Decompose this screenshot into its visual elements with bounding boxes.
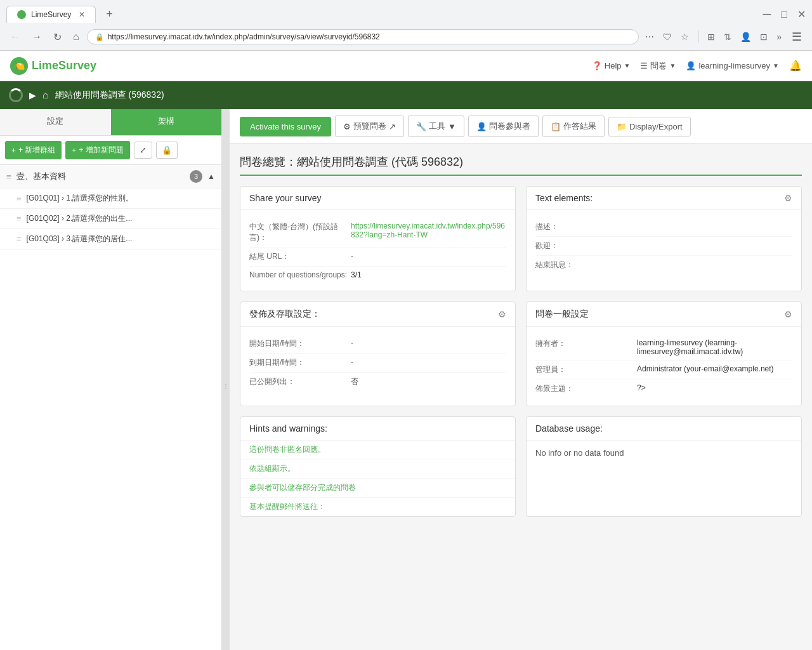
user-label: learning-limesurvey xyxy=(698,61,770,70)
reload-button[interactable]: ↻ xyxy=(49,29,65,46)
help-icon: ❓ xyxy=(592,61,602,70)
publish-settings-icon[interactable]: ⚙ xyxy=(498,309,506,319)
owner-row: 擁有者： learning-limesurvey (learning-limes… xyxy=(535,335,792,361)
start-date-row: 開始日期/時間： - xyxy=(249,335,506,354)
more-button[interactable]: ⋯ xyxy=(643,29,657,44)
share-url-label: 結尾 URL： xyxy=(249,251,351,262)
tab-settings[interactable]: 設定 xyxy=(0,109,111,135)
display-export-icon: 📁 xyxy=(617,122,627,131)
tools-dropdown-icon: ▼ xyxy=(448,122,456,131)
general-settings-icon[interactable]: ⚙ xyxy=(784,309,792,319)
breadcrumb-bar: ▶ ⌂ 網站使用問卷調查 (596832) xyxy=(0,81,812,109)
admin-value: Administrator (your-email@example.net) xyxy=(637,364,792,375)
hint-item[interactable]: 依題組顯示。 xyxy=(240,460,515,479)
database-card-title: Database usage: xyxy=(535,423,603,434)
welcome-label: 歡迎： xyxy=(535,241,637,251)
user-icon: 👤 xyxy=(686,61,696,70)
tab-structure[interactable]: 架構 xyxy=(111,109,222,135)
publish-card-header: 發佈及存取設定： ⚙ xyxy=(240,302,515,327)
overflow-icon[interactable]: » xyxy=(774,29,784,44)
add-group-button[interactable]: + + 新增群組 xyxy=(5,141,62,159)
activate-survey-button[interactable]: Activate this survey xyxy=(240,117,331,136)
lock-icon: 🔒 xyxy=(95,33,104,41)
expand-icon-button[interactable]: ⤢ xyxy=(134,142,152,159)
list-item[interactable]: ≡ [G01Q01] › 1.請選擇您的性別。 xyxy=(0,188,221,208)
tab-title: LimeSurvey xyxy=(31,10,71,19)
sidebar: 設定 架構 + + 新增群組 + + 增加新問題 ⤢ 🔒 ≡ 壹、基本資料 3 xyxy=(0,109,222,650)
bookmark-icon[interactable]: ☆ xyxy=(678,29,691,44)
list-item[interactable]: ≡ [G01Q03] › 3.請選擇您的居住... xyxy=(0,229,221,249)
addons-icon[interactable]: ⊡ xyxy=(757,29,770,44)
share-language-label: 中文（繁體-台灣）(預設語言)： xyxy=(249,222,351,243)
new-tab-button[interactable]: + xyxy=(101,5,118,23)
admin-row: 管理員： Administrator (your-email@example.n… xyxy=(535,361,792,380)
sync-icon[interactable]: ⇅ xyxy=(721,29,734,44)
question-group-header[interactable]: ≡ 壹、基本資料 3 ▲ xyxy=(0,165,221,188)
responses-icon: 📋 xyxy=(551,122,561,131)
text-elements-title: Text elements: xyxy=(535,193,593,203)
breadcrumb-arrow-icon: ▶ xyxy=(29,90,36,100)
library-icon[interactable]: ⊞ xyxy=(705,29,717,44)
share-card-header: Share your survey xyxy=(240,187,515,210)
back-button[interactable]: ← xyxy=(6,29,24,45)
hints-card-body: 這份問卷非匿名回應。 依題組顯示。 參與者可以儲存部分完成的問卷 基本提醒郵件將… xyxy=(240,441,515,516)
description-row: 描述： xyxy=(535,218,792,237)
display-export-button[interactable]: 📁 Display/Export xyxy=(608,117,691,136)
publish-card: 發佈及存取設定： ⚙ 開始日期/時間： - 到期日期/時間： - xyxy=(240,302,516,406)
user-dropdown-icon: ▼ xyxy=(773,62,779,69)
text-elements-header: Text elements: ⚙ xyxy=(527,187,801,210)
preview-survey-button[interactable]: ⚙ 預覽問卷 ↗ xyxy=(335,116,404,137)
account-icon[interactable]: 👤 xyxy=(738,29,754,44)
help-dropdown-icon: ▼ xyxy=(624,62,631,69)
share-card-title: Share your survey xyxy=(249,193,322,203)
question-text: [G01Q01] › 1.請選擇您的性別。 xyxy=(27,193,215,204)
general-settings-body: 擁有者： learning-limesurvey (learning-limes… xyxy=(527,327,801,406)
help-button[interactable]: ❓ Help ▼ xyxy=(592,61,631,70)
theme-value: ?> xyxy=(637,383,792,394)
database-card: Database usage: No info or no data found xyxy=(526,416,802,517)
browser-maximize-icon[interactable]: □ xyxy=(781,9,787,20)
home-button[interactable]: ⌂ xyxy=(69,29,83,45)
notification-bell-icon[interactable]: 🔔 xyxy=(789,60,802,72)
user-button[interactable]: 👤 learning-limesurvey ▼ xyxy=(686,61,779,70)
gear-icon: ⚙ xyxy=(343,122,351,131)
breadcrumb-home-icon[interactable]: ⌂ xyxy=(43,90,49,101)
browser-close-icon[interactable]: ✕ xyxy=(797,8,806,20)
hints-card-title: Hints and warnings: xyxy=(249,423,327,434)
participants-button[interactable]: 👤 問卷參與者 xyxy=(468,116,539,137)
app-logo: 🍋 LimeSurvey xyxy=(10,57,96,75)
add-group-icon: + xyxy=(11,146,16,155)
lock-icon-button[interactable]: 🔒 xyxy=(156,142,178,159)
start-date-value: - xyxy=(351,338,506,349)
end-message-label: 結束訊息： xyxy=(535,260,637,270)
list-item[interactable]: ≡ [G01Q02] › 2.請選擇您的出生... xyxy=(0,208,221,229)
tools-button[interactable]: 🔧 工具 ▼ xyxy=(408,116,464,137)
add-question-button[interactable]: + + 增加新問題 xyxy=(65,141,129,159)
hint-item[interactable]: 這份問卷非匿名回應。 xyxy=(240,441,515,460)
survey-link[interactable]: https://limesurvey.imacat.idv.tw/index.p… xyxy=(351,222,505,239)
sidebar-collapse-handle[interactable]: ⋮ xyxy=(222,109,230,650)
hint-item[interactable]: 參與者可以儲存部分完成的問卷 xyxy=(240,479,515,498)
responses-button[interactable]: 📋 作答結果 xyxy=(542,116,605,137)
share-card-body: 中文（繁體-台灣）(預設語言)： https://limesurvey.imac… xyxy=(240,210,515,291)
forward-button[interactable]: → xyxy=(28,29,46,45)
shield-icon[interactable]: 🛡 xyxy=(660,29,674,44)
browser-minimize-icon[interactable]: ─ xyxy=(763,8,771,21)
public-listed-label: 已公開列出： xyxy=(249,376,351,387)
text-elements-body: 描述： 歡迎： 結束訊息： xyxy=(527,210,801,282)
address-bar[interactable]: 🔒 https://limesurvey.imacat.idv.tw/index… xyxy=(87,29,639,44)
hints-card: Hints and warnings: 這份問卷非匿名回應。 依題組顯示。 參與… xyxy=(240,416,516,517)
general-settings-header: 問卷一般設定 ⚙ xyxy=(527,302,801,327)
question-drag-icon: ≡ xyxy=(16,214,22,223)
tab-close-icon[interactable]: ✕ xyxy=(79,10,85,19)
hint-item[interactable]: 基本提醒郵件將送往： xyxy=(240,498,515,516)
hamburger-menu[interactable]: ☰ xyxy=(788,27,806,46)
text-elements-settings-icon[interactable]: ⚙ xyxy=(784,193,792,203)
share-count-row: Number of questions/groups: 3/1 xyxy=(249,267,506,283)
expiry-date-row: 到期日期/時間： - xyxy=(249,354,506,373)
hints-card-header: Hints and warnings: xyxy=(240,417,515,441)
questions-button[interactable]: ☰ 問卷 ▼ xyxy=(640,60,676,72)
browser-tab[interactable]: LimeSurvey ✕ xyxy=(6,6,96,23)
cards-row-1: Share your survey 中文（繁體-台灣）(預設語言)： https… xyxy=(240,186,802,291)
share-language-value: https://limesurvey.imacat.idv.tw/index.p… xyxy=(351,222,506,243)
